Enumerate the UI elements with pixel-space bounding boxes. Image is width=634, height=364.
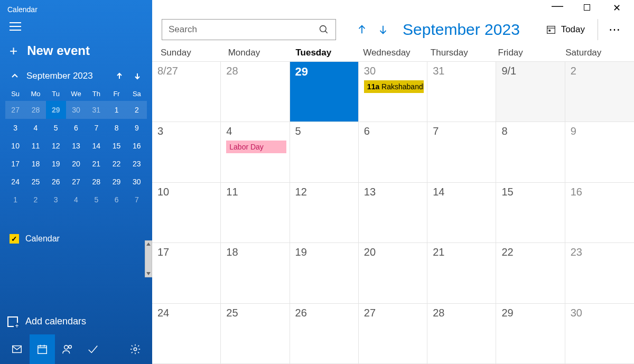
mini-cal-day[interactable]: 6: [106, 191, 126, 209]
day-cell[interactable]: 21: [427, 243, 496, 303]
mini-cal-day[interactable]: 28: [25, 101, 45, 119]
day-cell[interactable]: 9/1: [496, 62, 565, 122]
mini-cal-day[interactable]: 20: [66, 155, 86, 173]
mini-cal-day[interactable]: 29: [46, 101, 66, 119]
mini-cal-day[interactable]: 27: [5, 101, 25, 119]
mini-cal-day[interactable]: 4: [25, 119, 45, 137]
day-cell[interactable]: 13: [359, 183, 427, 243]
settings-icon[interactable]: [123, 334, 148, 364]
mini-cal-day[interactable]: 13: [66, 137, 86, 155]
mini-cal-day[interactable]: 5: [86, 191, 106, 209]
sidebar-scrollbar[interactable]: [145, 240, 152, 277]
more-button[interactable]: ⋯: [605, 23, 624, 36]
day-cell[interactable]: 8/27: [152, 62, 221, 122]
mini-cal-day[interactable]: 3: [5, 119, 25, 137]
day-cell[interactable]: 16: [565, 183, 634, 243]
day-cell[interactable]: 28: [427, 304, 496, 364]
day-cell[interactable]: 18: [221, 243, 290, 303]
mini-cal-day[interactable]: 11: [25, 137, 45, 155]
mini-cal-day[interactable]: 2: [127, 101, 147, 119]
mini-cal-day[interactable]: 28: [86, 173, 106, 191]
day-cell[interactable]: 3: [152, 122, 221, 182]
mini-cal-day[interactable]: 2: [25, 191, 45, 209]
day-cell[interactable]: 28: [221, 62, 290, 122]
mini-cal-day[interactable]: 1: [106, 101, 126, 119]
mini-cal-day[interactable]: 15: [106, 137, 126, 155]
day-cell[interactable]: 30: [565, 304, 634, 364]
mini-cal-day[interactable]: 21: [86, 155, 106, 173]
day-cell[interactable]: 8: [496, 122, 565, 182]
day-cell[interactable]: 9: [565, 122, 634, 182]
day-cell[interactable]: 27: [359, 304, 427, 364]
day-cell[interactable]: 4Labor Day: [221, 122, 290, 182]
day-cell[interactable]: 3011a Rakshabandhan: [359, 62, 427, 122]
mini-cal-next[interactable]: [131, 70, 144, 82]
current-month-label[interactable]: September 2023: [403, 21, 520, 39]
day-cell[interactable]: 11: [221, 183, 290, 243]
day-cell[interactable]: 2: [565, 62, 634, 122]
next-month-button[interactable]: [375, 22, 391, 38]
mini-cal-collapse[interactable]: [8, 70, 21, 82]
day-cell[interactable]: 20: [359, 243, 427, 303]
mini-cal-day[interactable]: 7: [127, 191, 147, 209]
day-cell[interactable]: 29: [496, 304, 565, 364]
day-cell[interactable]: 26: [290, 304, 359, 364]
mini-cal-day[interactable]: 17: [5, 155, 25, 173]
day-cell[interactable]: 5: [290, 122, 359, 182]
day-cell[interactable]: 15: [496, 183, 565, 243]
day-cell[interactable]: 22: [496, 243, 565, 303]
calendar-checkbox[interactable]: ✓: [10, 234, 19, 244]
people-icon[interactable]: [55, 334, 80, 364]
mini-cal-day[interactable]: 22: [106, 155, 126, 173]
day-cell[interactable]: 14: [427, 183, 496, 243]
mini-cal-day[interactable]: 29: [106, 173, 126, 191]
prev-month-button[interactable]: [354, 22, 370, 38]
window-maximize[interactable]: [579, 4, 595, 12]
day-cell[interactable]: 17: [152, 243, 221, 303]
day-cell[interactable]: 24: [152, 304, 221, 364]
mini-cal-day[interactable]: 10: [5, 137, 25, 155]
day-cell[interactable]: 23: [565, 243, 634, 303]
window-close[interactable]: ✕: [609, 2, 624, 14]
mini-cal-day[interactable]: 30: [127, 173, 147, 191]
mini-cal-day[interactable]: 14: [86, 137, 106, 155]
today-button[interactable]: Today: [540, 24, 590, 35]
calendar-event[interactable]: Labor Day: [226, 141, 286, 153]
mini-cal-day[interactable]: 16: [127, 137, 147, 155]
day-cell[interactable]: 10: [152, 183, 221, 243]
mini-cal-day[interactable]: 27: [66, 173, 86, 191]
mini-cal-day[interactable]: 26: [46, 173, 66, 191]
mini-cal-day[interactable]: 25: [25, 173, 45, 191]
mini-cal-day[interactable]: 31: [86, 101, 106, 119]
day-cell[interactable]: 12: [290, 183, 359, 243]
mini-cal-day[interactable]: 8: [106, 119, 126, 137]
mini-cal-day[interactable]: 30: [66, 101, 86, 119]
calendar-list-item[interactable]: ✓ Calendar: [10, 230, 143, 248]
todo-icon[interactable]: [80, 334, 106, 364]
search-input[interactable]: Search: [162, 19, 336, 40]
calendar-icon[interactable]: [30, 334, 55, 364]
mini-cal-day[interactable]: 6: [66, 119, 86, 137]
add-calendars-button[interactable]: Add calendars: [0, 309, 152, 334]
calendar-event[interactable]: 11a Rakshabandhan: [364, 80, 424, 93]
mini-cal-day[interactable]: 7: [86, 119, 106, 137]
mini-cal-day[interactable]: 3: [46, 191, 66, 209]
mini-cal-day[interactable]: 24: [5, 173, 25, 191]
mini-cal-day[interactable]: 4: [66, 191, 86, 209]
hamburger-button[interactable]: [0, 16, 152, 36]
day-cell[interactable]: 6: [359, 122, 427, 182]
new-event-button[interactable]: + New event: [0, 36, 152, 68]
mail-icon[interactable]: [4, 334, 30, 364]
day-cell[interactable]: 31: [427, 62, 496, 122]
mini-cal-day[interactable]: 1: [5, 191, 25, 209]
mini-cal-day[interactable]: 12: [46, 137, 66, 155]
mini-cal-prev[interactable]: [113, 70, 126, 82]
day-cell[interactable]: 7: [427, 122, 496, 182]
day-cell[interactable]: 29: [290, 62, 359, 122]
mini-cal-month-label[interactable]: September 2023: [26, 71, 108, 81]
mini-cal-day[interactable]: 9: [127, 119, 147, 137]
mini-cal-day[interactable]: 5: [46, 119, 66, 137]
day-cell[interactable]: 19: [290, 243, 359, 303]
mini-cal-day[interactable]: 19: [46, 155, 66, 173]
mini-cal-day[interactable]: 18: [25, 155, 45, 173]
